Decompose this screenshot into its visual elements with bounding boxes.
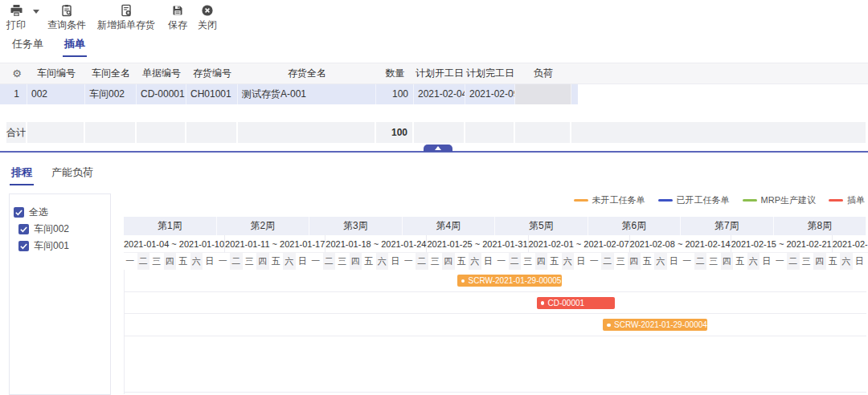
gantt-area: 未开工任务单已开工任务单MRP生产建议插单 第1周第2周第3周第4周第5周第6周… (124, 190, 866, 395)
cell: 车间002 (85, 84, 137, 104)
totals-cell (137, 122, 186, 143)
day-header-cell: 日 (389, 253, 403, 270)
day-header-cell: 六 (840, 253, 854, 270)
tab-task-order[interactable]: 任务单 (12, 37, 43, 57)
legend-label: 未开工任务单 (592, 194, 645, 206)
column-header: 计划完工日 (465, 67, 515, 80)
totals-cell: 100 (376, 122, 414, 143)
tab-insert-order[interactable]: 插单 (64, 37, 85, 57)
query-conditions-button[interactable]: 查询条件 (47, 4, 86, 32)
day-header-cell: 日 (760, 253, 774, 270)
day-header-cell: 二 (416, 253, 429, 270)
cell: 2021-02-04 (414, 84, 465, 104)
day-header-cell: 二 (601, 253, 615, 270)
day-header-cell: 三 (615, 253, 628, 270)
day-header-cell: 六 (562, 253, 575, 270)
filter-label: 全选 (29, 206, 48, 219)
day-header-cell: 一 (495, 253, 509, 270)
day-header-cell: 三 (336, 253, 350, 270)
dropdown-caret-icon[interactable] (33, 10, 39, 14)
cell: 2021-02-09 (465, 84, 515, 104)
week-range-cell: 2021-02-01 ~ 2021-02-07 (529, 235, 630, 253)
legend-item: MRP生产建议 (743, 194, 816, 206)
collapse-panel-button[interactable] (424, 145, 452, 152)
checkbox-workshop-002[interactable]: 车间002 (10, 221, 110, 238)
day-header-cell: 日 (854, 253, 867, 270)
save-button[interactable]: 保存 (168, 4, 187, 32)
column-header: 计划开工日 (414, 67, 465, 80)
week-header-cell: 第2周 (217, 217, 310, 235)
print-button[interactable]: 打印 (6, 4, 26, 32)
cell (515, 84, 571, 104)
column-header: 存货编号 (186, 67, 238, 80)
gantt-bar[interactable]: SCRW-2021-01-29-00005 (457, 275, 562, 287)
gantt-day-row: 一二三四五六日一二三四五六日一二三四五六日一二三四五六日一二三四五六日一二三四五… (124, 253, 866, 270)
chevron-up-icon (435, 146, 441, 150)
cell: 002 (27, 84, 85, 104)
day-header-cell: 二 (694, 253, 708, 270)
close-icon (201, 4, 214, 17)
workshop-filter-panel: 全选车间002车间001 (9, 193, 111, 395)
day-header-cell: 三 (150, 253, 164, 270)
table-row[interactable]: 1002车间002CD-00001CH01001测试存货A-0011002021… (0, 84, 578, 104)
toolbar-button-label: 保存 (168, 18, 187, 32)
totals-cell (85, 122, 137, 143)
totals-cell (186, 122, 238, 143)
gantt-bar[interactable]: SCRW-2021-01-29-00004 (603, 319, 707, 331)
totals-cell (27, 122, 85, 143)
gantt-bar[interactable]: CD-00001 (537, 297, 615, 309)
add-insert-inventory-button[interactable]: 新增插单存货 (97, 4, 155, 32)
week-range-cell: 2021-01-11 ~ 2021-01-17 (225, 235, 326, 253)
checkbox-select-all[interactable]: 全选 (10, 204, 110, 221)
day-header-cell: 五 (270, 253, 284, 270)
close-button[interactable]: 关闭 (198, 4, 217, 32)
totals-filler-cell (571, 122, 866, 143)
day-header-cell: 六 (469, 253, 482, 270)
checkbox-checked-icon (18, 241, 29, 251)
gantt-week-row: 第1周第2周第3周第4周第5周第6周第7周第8周 (124, 217, 866, 235)
order-table: ⚙车间编号车间全名单据编号存货编号存货全名数量计划开工日计划完工日负荷 1002… (0, 63, 868, 104)
day-header-cell: 四 (164, 253, 178, 270)
week-range-cell: 2021-01-25 ~ 2021-01-31 (427, 235, 528, 253)
checkbox-workshop-001[interactable]: 车间001 (10, 238, 110, 255)
week-header-cell: 第6周 (588, 217, 682, 235)
day-header-cell: 二 (509, 253, 522, 270)
toolbar-button-label: 打印 (6, 18, 26, 32)
day-header-cell: 四 (442, 253, 456, 270)
tab-schedule[interactable]: 排程 (11, 165, 32, 185)
legend-swatch (743, 199, 757, 202)
gear-icon[interactable]: ⚙ (12, 67, 22, 79)
day-header-cell: 六 (283, 253, 297, 270)
gantt-row: SCRW-2021-01-29-00004 (125, 314, 866, 336)
legend-swatch (658, 199, 673, 202)
gantt-legend: 未开工任务单已开工任务单MRP生产建议插单 (574, 194, 865, 206)
tab-capacity-load[interactable]: 产能负荷 (51, 165, 93, 185)
printer-icon (10, 4, 23, 17)
day-header-cell: 五 (456, 253, 469, 270)
toolbar-button-label: 新增插单存货 (97, 18, 155, 32)
checkbox-checked-icon (18, 224, 29, 234)
day-header-cell: 日 (575, 253, 588, 270)
column-header: 单据编号 (137, 67, 186, 80)
day-header-cell: 六 (190, 253, 204, 270)
checkbox-checked-icon (14, 207, 24, 218)
column-settings-cell: ⚙ (6, 67, 27, 79)
day-header-cell: 五 (362, 253, 376, 270)
day-header-cell: 日 (482, 253, 496, 270)
day-header-cell: 一 (681, 253, 694, 270)
gantt-row: SCRW-2021-01-29-00005 (125, 270, 866, 292)
day-header-cell: 二 (787, 253, 800, 270)
day-header-cell: 四 (256, 253, 270, 270)
day-header-cell: 三 (429, 253, 443, 270)
day-header-cell: 一 (588, 253, 602, 270)
column-header: 存货全名 (238, 67, 376, 80)
cell: CH01001 (186, 84, 238, 104)
day-header-cell: 三 (244, 253, 257, 270)
day-header-cell: 四 (350, 253, 363, 270)
gantt-date-row: 2021-01-04 ~ 2021-01-102021-01-11 ~ 2021… (124, 235, 866, 253)
gantt-row (125, 336, 866, 393)
column-header: 负荷 (515, 67, 571, 80)
column-header: 车间全名 (85, 67, 137, 80)
totals-cell (465, 122, 515, 143)
column-header: 车间编号 (27, 67, 85, 80)
